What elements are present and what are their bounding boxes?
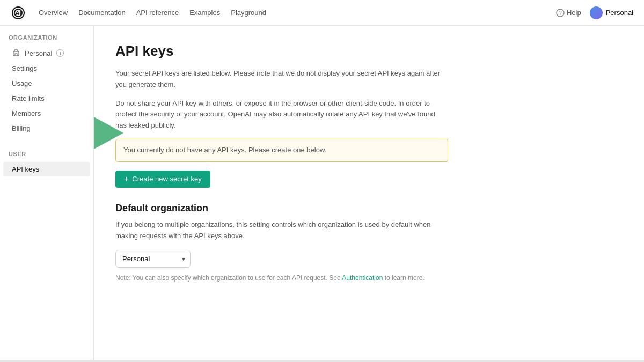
bottom-bar xyxy=(0,360,644,362)
personal-menu[interactable]: Personal xyxy=(590,6,633,19)
no-keys-text: You currently do not have any API keys. … xyxy=(123,146,326,154)
user-section-label: USER xyxy=(0,144,93,161)
api-keys-label: API keys xyxy=(12,165,39,173)
sidebar-item-usage[interactable]: Usage xyxy=(3,76,90,91)
note-prefix: Note: You can also specify which organiz… xyxy=(115,274,342,282)
sidebar-item-members[interactable]: Members xyxy=(3,106,90,121)
nav-links: Overview Documentation API reference Exa… xyxy=(39,9,266,17)
nav-left: AI Overview Documentation API reference … xyxy=(11,5,266,20)
svg-text:?: ? xyxy=(559,10,562,16)
sidebar-item-api-keys[interactable]: API keys xyxy=(3,162,90,176)
svg-text:AI: AI xyxy=(16,10,21,16)
sidebar-personal-label: Personal xyxy=(25,49,52,57)
building-icon xyxy=(12,49,20,57)
description-2: Do not share your API key with others, o… xyxy=(115,98,448,131)
settings-label: Settings xyxy=(12,64,37,72)
org-section-label: ORGANIZATION xyxy=(0,34,93,45)
overview-link[interactable]: Overview xyxy=(39,9,68,17)
note-suffix: to learn more. xyxy=(383,274,424,282)
default-org-title: Default organization xyxy=(115,203,623,214)
sidebar-item-settings[interactable]: Settings xyxy=(3,61,90,76)
org-select[interactable]: Personal xyxy=(115,250,191,268)
user-section: USER API keys xyxy=(0,144,93,176)
sidebar: ORGANIZATION Personal i Settings Usage xyxy=(0,26,94,360)
page-title: API keys xyxy=(115,43,623,60)
no-keys-notice: You currently do not have any API keys. … xyxy=(115,139,448,162)
avatar xyxy=(590,6,603,19)
org-select-wrapper: Personal ▾ xyxy=(115,250,191,268)
billing-label: Billing xyxy=(12,124,31,132)
examples-link[interactable]: Examples xyxy=(189,9,220,17)
sidebar-item-personal[interactable]: Personal i xyxy=(3,46,90,61)
rate-limits-label: Rate limits xyxy=(12,94,45,102)
note-text: Note: You can also specify which organiz… xyxy=(115,274,448,282)
api-reference-link[interactable]: API reference xyxy=(136,9,179,17)
sidebar-item-rate-limits[interactable]: Rate limits xyxy=(3,91,90,106)
openai-logo: AI xyxy=(11,5,26,20)
default-org-desc: If you belong to multiple organizations,… xyxy=(115,219,448,242)
main-layout: ORGANIZATION Personal i Settings Usage xyxy=(0,26,644,360)
create-secret-key-button[interactable]: + Create new secret key xyxy=(115,171,210,188)
playground-link[interactable]: Playground xyxy=(231,9,266,17)
sidebar-item-billing[interactable]: Billing xyxy=(3,121,90,136)
nav-right: ? Help Personal xyxy=(556,6,633,19)
create-btn-label: Create new secret key xyxy=(132,175,201,183)
plus-icon: + xyxy=(124,175,129,183)
authentication-link[interactable]: Authentication xyxy=(342,274,383,282)
help-button[interactable]: ? Help xyxy=(556,9,581,17)
usage-label: Usage xyxy=(12,79,32,87)
help-icon: ? xyxy=(556,9,565,17)
top-nav: AI Overview Documentation API reference … xyxy=(0,0,644,26)
main-content: API keys Your secret API keys are listed… xyxy=(94,26,644,360)
personal-label: Personal xyxy=(606,9,633,17)
help-label: Help xyxy=(567,9,581,17)
description-1: Your secret API keys are listed below. P… xyxy=(115,68,448,91)
members-label: Members xyxy=(12,109,41,117)
info-icon[interactable]: i xyxy=(56,49,64,57)
documentation-link[interactable]: Documentation xyxy=(78,9,125,17)
org-section: ORGANIZATION Personal i Settings Usage xyxy=(0,34,93,136)
